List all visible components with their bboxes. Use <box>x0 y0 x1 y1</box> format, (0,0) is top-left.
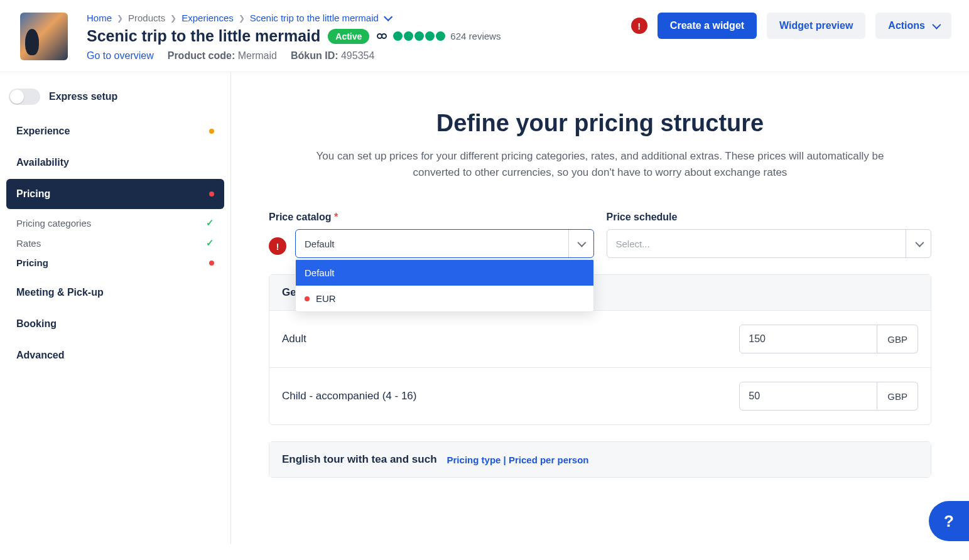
express-setup-toggle[interactable] <box>9 89 40 105</box>
price-row-label: Child - accompanied (4 - 16) <box>282 390 416 402</box>
bokun-id-label: Bókun ID: <box>291 50 338 61</box>
tripadvisor-icon <box>377 33 386 39</box>
chevron-right-icon: ❯ <box>170 14 176 23</box>
breadcrumb-current[interactable]: Scenic trip to the little mermaid <box>250 13 390 23</box>
sidebar-item-experience[interactable]: Experience <box>6 116 224 146</box>
page-title: Scenic trip to the little mermaid <box>87 27 320 45</box>
subnav-rates[interactable]: Rates ✓ <box>6 233 224 253</box>
status-dot-icon <box>209 129 214 134</box>
price-schedule-placeholder: Select... <box>616 239 650 249</box>
price-catalog-select[interactable]: Default <box>295 229 594 258</box>
chevron-right-icon: ❯ <box>117 14 123 23</box>
express-setup-row: Express setup <box>6 85 224 116</box>
price-row-label: Adult <box>282 333 306 345</box>
status-dot-icon <box>209 261 214 266</box>
select-arrow <box>568 230 593 257</box>
price-input-child[interactable] <box>739 382 877 411</box>
price-schedule-label: Price schedule <box>607 212 932 223</box>
rating-dots <box>393 31 445 41</box>
check-icon: ✓ <box>206 237 214 249</box>
chevron-right-icon: ❯ <box>239 14 245 23</box>
price-catalog-value: Default <box>305 239 335 249</box>
price-row: Child - accompanied (4 - 16) GBP <box>269 367 931 424</box>
express-setup-label: Express setup <box>49 91 117 102</box>
breadcrumb-products: Products <box>128 13 165 23</box>
rate-section: English tour with tea and such Pricing t… <box>269 441 931 478</box>
alert-icon[interactable]: ! <box>631 18 647 34</box>
check-icon: ✓ <box>206 217 214 229</box>
rate-section-header: English tour with tea and such Pricing t… <box>269 442 931 477</box>
help-fab[interactable]: ? <box>929 501 969 541</box>
question-icon: ? <box>944 512 954 531</box>
dropdown-option-default[interactable]: Default <box>296 260 593 286</box>
currency-label: GBP <box>877 382 918 411</box>
header-main: Home ❯ Products ❯ Experiences ❯ Scenic t… <box>87 13 631 62</box>
main-subtitle: You can set up prices for your different… <box>293 148 908 180</box>
select-arrow <box>906 230 931 257</box>
chevron-down-icon <box>932 21 941 30</box>
rating: 624 reviews <box>377 31 501 41</box>
sidebar-item-meeting-pickup[interactable]: Meeting & Pick-up <box>6 277 224 308</box>
dropdown-option-eur[interactable]: EUR <box>296 286 593 311</box>
price-schedule-select[interactable]: Select... <box>607 229 932 258</box>
breadcrumb: Home ❯ Products ❯ Experiences ❯ Scenic t… <box>87 13 631 23</box>
sidebar-item-pricing[interactable]: Pricing <box>6 179 224 209</box>
product-code-label: Product code: <box>168 50 235 61</box>
price-row: Adult GBP <box>269 310 931 367</box>
page-header: Home ❯ Products ❯ Experiences ❯ Scenic t… <box>0 0 969 72</box>
breadcrumb-experiences[interactable]: Experiences <box>181 13 234 23</box>
chevron-down-icon <box>384 13 392 21</box>
price-catalog-label: Price catalog * <box>269 212 594 223</box>
sidebar: Express setup Experience Availability Pr… <box>0 72 231 544</box>
sidebar-item-advanced[interactable]: Advanced <box>6 340 224 370</box>
pricing-type-link[interactable]: Pricing type | Priced per person <box>447 455 589 465</box>
subnav-pricing[interactable]: Pricing <box>6 253 224 272</box>
main-content: Define your pricing structure You can se… <box>231 72 969 544</box>
header-actions: ! Create a widget Widget preview Actions <box>631 13 951 39</box>
reviews-count: 624 reviews <box>450 31 501 41</box>
currency-label: GBP <box>877 325 918 353</box>
sidebar-item-booking[interactable]: Booking <box>6 309 224 339</box>
main-title: Define your pricing structure <box>269 110 931 137</box>
pricing-subnav: Pricing categories ✓ Rates ✓ Pricing <box>6 210 224 277</box>
go-to-overview-link[interactable]: Go to overview <box>87 50 154 62</box>
alert-icon: ! <box>269 237 286 255</box>
price-input-adult[interactable] <box>739 325 877 353</box>
status-dot-icon <box>209 191 214 197</box>
sidebar-item-availability[interactable]: Availability <box>6 148 224 178</box>
breadcrumb-home[interactable]: Home <box>87 13 112 23</box>
subnav-pricing-categories[interactable]: Pricing categories ✓ <box>6 213 224 233</box>
status-dot-icon <box>305 296 310 301</box>
create-widget-button[interactable]: Create a widget <box>658 13 757 39</box>
bokun-id-value: 495354 <box>341 50 374 61</box>
product-thumbnail <box>20 13 68 60</box>
actions-button[interactable]: Actions <box>875 13 951 39</box>
widget-preview-button[interactable]: Widget preview <box>767 13 865 39</box>
product-code-value: Mermaid <box>238 50 277 61</box>
status-badge: Active <box>328 29 369 44</box>
price-catalog-dropdown: Default EUR <box>295 259 594 312</box>
